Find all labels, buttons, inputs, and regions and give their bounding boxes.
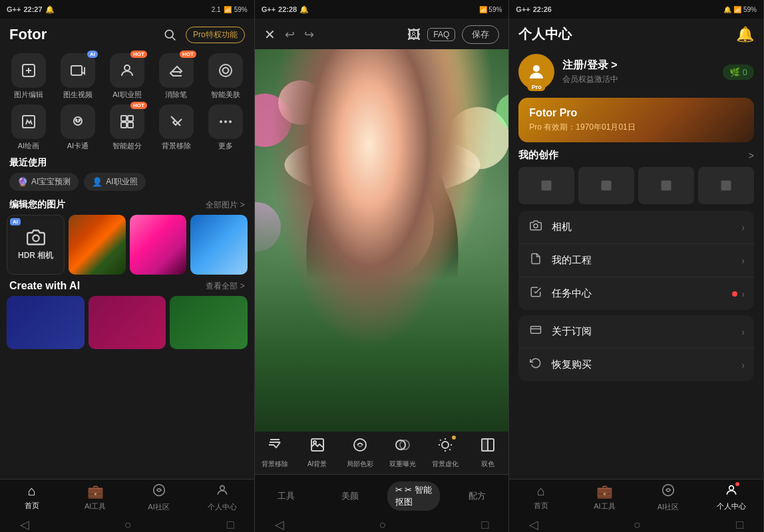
svg-rect-24 bbox=[255, 49, 509, 432]
tool-beauty[interactable]: 智能美肤 bbox=[204, 53, 248, 99]
editor-canvas bbox=[255, 49, 509, 432]
svg-point-40 bbox=[387, 203, 412, 219]
back-btn-p1[interactable]: ◁ bbox=[20, 517, 29, 532]
search-button[interactable] bbox=[160, 25, 179, 44]
editor-tool-duotone[interactable]: 双色 bbox=[472, 437, 504, 469]
menu-item-camera[interactable]: 相机 › bbox=[518, 211, 754, 244]
pro-card[interactable]: Fotor Pro Pro 有效期：1970年01月01日 bbox=[518, 98, 754, 142]
profile-name[interactable]: 注册/登录 > bbox=[562, 59, 714, 72]
editor-close-button[interactable]: ✕ bbox=[264, 27, 276, 43]
nav-ai-community[interactable]: AI社区 bbox=[127, 483, 190, 512]
notification-button[interactable]: 🔔 bbox=[736, 26, 754, 43]
chip-portrait[interactable]: 👤 AI职业照 bbox=[84, 173, 145, 191]
svg-point-26 bbox=[278, 80, 323, 125]
nav-profile-p3[interactable]: 个人中心 bbox=[700, 483, 763, 512]
recent-title: 最近使用 bbox=[0, 154, 254, 173]
recent-btn-p1[interactable]: □ bbox=[227, 518, 234, 532]
svg-line-1 bbox=[172, 37, 176, 41]
pro-badge-button[interactable]: Pro特权功能 bbox=[186, 27, 245, 43]
hdr-camera-card[interactable]: AI HDR 相机 bbox=[7, 215, 65, 275]
recent-chips: 🔮 AI宝宝预测 👤 AI职业照 bbox=[0, 173, 254, 196]
ai-card-2[interactable] bbox=[89, 296, 166, 349]
photo-card-waterfall[interactable] bbox=[69, 215, 125, 275]
view-all-photos[interactable]: 全部图片 > bbox=[206, 200, 244, 211]
editor-tool-local-color[interactable]: 局部色彩 bbox=[344, 437, 376, 469]
editor-tool-ai-bg[interactable]: AI背景 bbox=[301, 437, 333, 469]
tab-smart-cutout[interactable]: ✂ ✂ 智能抠图 bbox=[382, 479, 445, 513]
svg-rect-64 bbox=[531, 327, 541, 334]
menu-item-restore[interactable]: 恢复购买 › bbox=[518, 348, 754, 381]
nav-ai-tools[interactable]: 💼 AI工具 bbox=[63, 483, 126, 512]
creation-thumb-4[interactable] bbox=[698, 167, 754, 204]
svg-rect-15 bbox=[121, 122, 126, 128]
undo-button[interactable]: ↩ bbox=[285, 27, 295, 42]
tool-video[interactable]: AI 图生视频 bbox=[56, 53, 100, 99]
editor-tool-double-exposure[interactable]: 双重曝光 bbox=[387, 437, 419, 469]
portrait-svg bbox=[255, 49, 509, 432]
tool-more[interactable]: 更多 bbox=[204, 104, 248, 150]
svg-point-29 bbox=[255, 202, 281, 252]
home-btn-p3[interactable]: ○ bbox=[634, 518, 641, 532]
nav-profile[interactable]: 个人中心 bbox=[190, 483, 254, 512]
recent-btn-p3[interactable]: □ bbox=[736, 518, 743, 532]
creations-grid bbox=[518, 167, 754, 204]
panel-home: G++ 22:27 🔔 2.1 📶 59% Fotor Pro特权功能 bbox=[0, 0, 255, 532]
svg-point-66 bbox=[663, 485, 674, 496]
svg-point-36 bbox=[355, 157, 379, 182]
tool-ai-portrait[interactable]: HOT AI职业照 bbox=[105, 53, 149, 99]
svg-line-54 bbox=[449, 449, 450, 450]
app-logo: Fotor bbox=[9, 26, 47, 43]
menu-item-tasks[interactable]: 任务中心 › bbox=[518, 277, 754, 310]
tool-super-res[interactable]: HOT 智能超分 bbox=[105, 104, 149, 150]
ai-card-1[interactable] bbox=[7, 296, 85, 349]
panel-editor: G++ 22:28 🔔 📶 59% ✕ ↩ ↪ 🖼 FAQ 保存 bbox=[255, 0, 510, 532]
tool-ai-draw[interactable]: AI绘画 bbox=[7, 104, 51, 150]
save-button[interactable]: 保存 bbox=[462, 25, 499, 44]
view-all-ai[interactable]: 查看全部 > bbox=[206, 281, 244, 292]
tool-bg-remove[interactable]: 背景移除 bbox=[154, 104, 198, 150]
home-indicator-p1: ◁ ○ □ bbox=[0, 517, 254, 532]
tool-image-edit[interactable]: 图片编辑 bbox=[7, 53, 51, 99]
creation-thumb-3[interactable] bbox=[638, 167, 694, 204]
home-btn-p1[interactable]: ○ bbox=[124, 518, 132, 532]
ai-card-3[interactable] bbox=[170, 296, 248, 349]
creation-thumb-1[interactable] bbox=[518, 167, 574, 204]
nav-ai-tools-p3[interactable]: 💼 AI工具 bbox=[573, 483, 636, 512]
menu-list: 相机 › 我的工程 › bbox=[509, 211, 763, 479]
create-ai-header: Create with AI 查看全部 > bbox=[0, 275, 254, 296]
menu-item-projects[interactable]: 我的工程 › bbox=[518, 244, 754, 277]
faq-button[interactable]: FAQ bbox=[427, 28, 455, 41]
back-btn-p2[interactable]: ◁ bbox=[275, 517, 284, 532]
editor-image bbox=[255, 49, 509, 432]
redo-button[interactable]: ↪ bbox=[304, 27, 314, 42]
nav-ai-community-p3[interactable]: AI社区 bbox=[636, 483, 699, 512]
photo-card-blue[interactable] bbox=[190, 215, 247, 275]
nav-home-p3[interactable]: ⌂ 首页 bbox=[509, 483, 572, 512]
avatar-wrap: Pro bbox=[518, 54, 554, 90]
tool-erase[interactable]: HOT 消除笔 bbox=[154, 53, 198, 99]
recent-btn-p2[interactable]: □ bbox=[481, 518, 488, 532]
home-btn-p2[interactable]: ○ bbox=[379, 518, 387, 532]
tab-recipe[interactable]: 配方 bbox=[445, 479, 508, 513]
svg-point-12 bbox=[79, 120, 80, 121]
creations-chevron[interactable]: > bbox=[749, 150, 754, 161]
svg-point-38 bbox=[395, 170, 416, 192]
svg-point-63 bbox=[534, 224, 538, 228]
editor-tool-bg-remove[interactable]: 背景移除 bbox=[259, 437, 291, 469]
home-indicator-p3: ◁ ○ □ bbox=[509, 517, 763, 532]
svg-point-42 bbox=[418, 358, 439, 380]
menu-item-subscription[interactable]: 关于订阅 › bbox=[518, 315, 754, 348]
photo-card-flower[interactable] bbox=[130, 215, 186, 275]
nav-home[interactable]: ⌂ 首页 bbox=[0, 483, 63, 512]
svg-point-0 bbox=[165, 30, 173, 38]
tab-beauty[interactable]: 美颜 bbox=[318, 479, 381, 513]
svg-point-35 bbox=[333, 162, 365, 194]
leaf-button[interactable]: 🌿 0 bbox=[723, 65, 754, 80]
back-btn-p3[interactable]: ◁ bbox=[529, 517, 538, 532]
tool-ai-cartoon[interactable]: AI卡通 bbox=[56, 104, 100, 150]
editor-tool-blur-bg[interactable]: 背景虚化 bbox=[429, 437, 461, 469]
creation-thumb-2[interactable] bbox=[578, 167, 634, 204]
tab-tools[interactable]: 工具 bbox=[255, 479, 318, 513]
status-bar-p2: G++ 22:28 🔔 📶 59% bbox=[255, 0, 509, 19]
chip-baby[interactable]: 🔮 AI宝宝预测 bbox=[9, 173, 79, 191]
